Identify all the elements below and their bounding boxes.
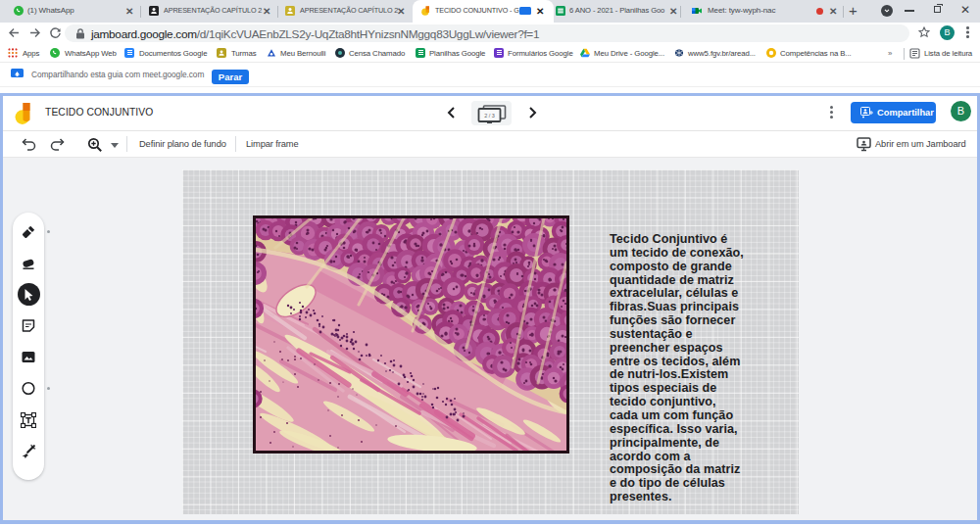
svg-text:2 / 3: 2 / 3 xyxy=(484,113,495,119)
